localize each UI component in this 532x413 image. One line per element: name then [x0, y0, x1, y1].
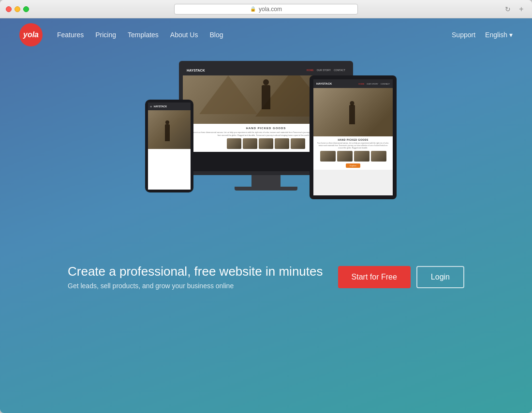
- tablet-content: HAND PICKED GOODS Your home is a three d…: [313, 136, 393, 170]
- minimize-button[interactable]: [15, 6, 20, 12]
- monitor-stand: [251, 175, 281, 187]
- hiker-head: [263, 79, 269, 85]
- cta-title: Create a professional, free website in m…: [68, 264, 323, 279]
- monitor-base: [235, 187, 297, 191]
- tablet-cta: Explore: [316, 163, 390, 168]
- nav-templates[interactable]: Templates: [128, 31, 159, 39]
- logo-text: yola: [23, 30, 39, 39]
- mockup-nav-items: HOME OUR STORY CONTACT: [307, 69, 345, 72]
- tablet-nav-story: OUR STORY: [367, 83, 378, 85]
- mockup-site-nav: HAYSTACK HOME OUR STORY CONTACT: [183, 65, 349, 75]
- phone-logo: HAYSTACK: [154, 105, 167, 108]
- traffic-lights: [6, 6, 29, 12]
- new-tab-button[interactable]: +: [517, 4, 526, 14]
- nav-links: Features Pricing Templates About Us Blog: [57, 31, 223, 39]
- close-button[interactable]: [6, 6, 12, 12]
- phone-device: ≡ HAYSTACK: [145, 100, 193, 192]
- phone-content: [148, 149, 191, 190]
- tablet-nav-items: HOME OUR STORY CONTACT: [358, 83, 390, 85]
- phone-nav: ≡ HAYSTACK: [148, 103, 191, 110]
- nav-about[interactable]: About Us: [170, 31, 198, 39]
- phone-body: ≡ HAYSTACK: [145, 100, 193, 192]
- browser-window: 🔒 yola.com ↻ + yola Features Pricing Tem…: [0, 0, 532, 413]
- hiker-silhouette: [262, 85, 270, 109]
- tablet-section-desc: Your home is a three dimensional canvas.…: [316, 142, 390, 149]
- login-button[interactable]: Login: [416, 266, 464, 288]
- tablet-hiker-head: [350, 101, 354, 105]
- tablet-explore-btn: Explore: [346, 163, 360, 168]
- mockup-thumb-2: [243, 138, 257, 149]
- maximize-button[interactable]: [23, 6, 29, 12]
- mockup-thumb-5: [291, 138, 305, 149]
- mockup-nav-story: OUR STORY: [317, 69, 331, 72]
- tablet-thumb-1: [320, 151, 336, 162]
- tablet-logo: HAYSTACK: [316, 82, 332, 85]
- tablet-thumbnails: [316, 151, 390, 162]
- hero-section: HAYSTACK HOME OUR STORY CONTACT: [0, 51, 532, 413]
- hamburger-icon: ≡: [150, 105, 152, 108]
- tablet-screen: HAYSTACK HOME OUR STORY CONTACT: [313, 79, 393, 195]
- nav-blog[interactable]: Blog: [209, 31, 223, 39]
- tablet-nav-home: HOME: [358, 83, 364, 85]
- mockup-nav-home: HOME: [307, 69, 314, 72]
- tablet-thumb-2: [337, 151, 353, 162]
- chevron-down-icon: ▾: [509, 31, 513, 39]
- tablet-device: HAYSTACK HOME OUR STORY CONTACT: [310, 75, 397, 199]
- tablet-nav: HAYSTACK HOME OUR STORY CONTACT: [313, 79, 393, 88]
- mockup-logo: HAYSTACK: [187, 69, 205, 72]
- cta-section: Create a professional, free website in m…: [48, 254, 484, 309]
- navbar: yola Features Pricing Templates About Us…: [0, 18, 532, 51]
- mockup-thumb-4: [275, 138, 289, 149]
- start-for-free-button[interactable]: Start for Free: [338, 266, 411, 288]
- devices-mockup: HAYSTACK HOME OUR STORY CONTACT: [121, 61, 411, 254]
- tablet-body: HAYSTACK HOME OUR STORY CONTACT: [310, 75, 397, 199]
- tablet-hiker: [349, 105, 355, 124]
- cta-subtitle: Get leads, sell products, and grow your …: [68, 282, 323, 290]
- phone-screen: ≡ HAYSTACK: [148, 103, 191, 190]
- mockup-thumb-1: [227, 138, 241, 149]
- mountain-shape-1: [199, 75, 257, 114]
- nav-pricing[interactable]: Pricing: [95, 31, 116, 39]
- phone-hiker: [165, 124, 170, 141]
- address-bar-container: 🔒 yola.com: [33, 4, 499, 15]
- lock-icon: 🔒: [250, 6, 256, 12]
- address-bar[interactable]: 🔒 yola.com: [174, 4, 358, 15]
- cta-buttons: Start for Free Login: [338, 266, 464, 288]
- language-dropdown[interactable]: English ▾: [485, 31, 513, 39]
- tablet-thumb-3: [354, 151, 369, 162]
- nav-support[interactable]: Support: [452, 31, 475, 39]
- page-content: yola Features Pricing Templates About Us…: [0, 18, 532, 413]
- phone-hero-image: [148, 110, 191, 149]
- tablet-section-title: HAND PICKED GOODS: [316, 138, 390, 141]
- reload-button[interactable]: ↻: [503, 4, 513, 14]
- language-label: English: [485, 31, 507, 39]
- tablet-thumb-4: [371, 151, 386, 162]
- nav-right: Support English ▾: [452, 31, 513, 39]
- browser-titlebar: 🔒 yola.com ↻ +: [0, 0, 532, 18]
- mockup-nav-contact: CONTACT: [334, 69, 345, 72]
- url-text: yola.com: [259, 6, 282, 13]
- mockup-thumb-3: [259, 138, 273, 149]
- cta-text: Create a professional, free website in m…: [68, 264, 323, 290]
- tablet-nav-contact: CONTACT: [381, 83, 390, 85]
- tablet-hero-image: [313, 88, 393, 136]
- logo[interactable]: yola: [19, 23, 43, 46]
- nav-features[interactable]: Features: [57, 31, 84, 39]
